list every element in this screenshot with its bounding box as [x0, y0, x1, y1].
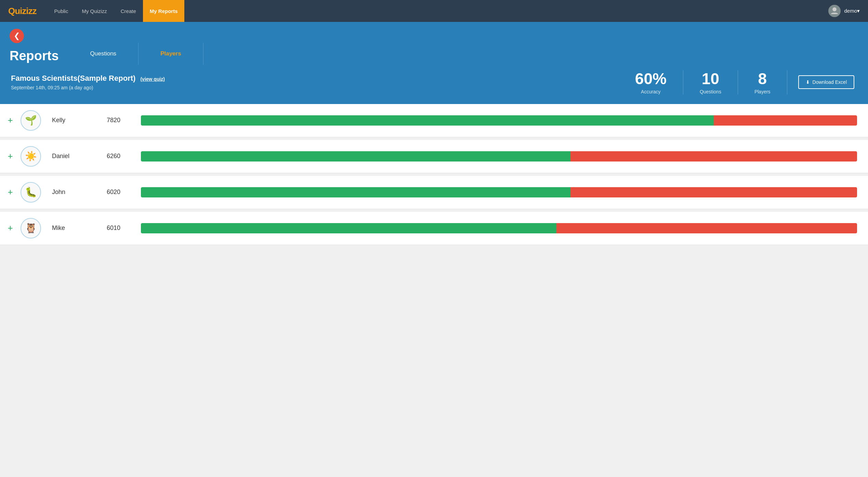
player-score-kelly: 7820 — [107, 117, 141, 124]
tab-questions[interactable]: Questions — [68, 43, 139, 65]
navbar: Quizizz Public My Quizizz Create My Repo… — [0, 0, 868, 22]
nav-create[interactable]: Create — [114, 0, 143, 22]
player-name-john: John — [52, 189, 107, 196]
player-bar-mike — [141, 223, 857, 233]
back-chevron-icon: ❮ — [14, 31, 20, 40]
player-avatar-daniel: ☀️ — [21, 146, 41, 167]
bar-red-daniel — [570, 151, 857, 162]
main-content: + 🌱 Kelly 7820 + ☀️ Daniel 6260 + — [0, 104, 868, 245]
tab-players[interactable]: Players — [139, 43, 203, 65]
player-bar-kelly — [141, 115, 857, 126]
bar-green-mike — [141, 223, 556, 233]
bar-red-kelly — [714, 115, 857, 126]
plus-icon: + — [8, 151, 13, 162]
player-bar-daniel — [141, 151, 857, 162]
bar-red-mike — [556, 223, 857, 233]
nav-links: Public My Quizizz Create My Reports — [48, 0, 829, 22]
nav-my-quizizz[interactable]: My Quizizz — [75, 0, 114, 22]
player-row-mike: + 🦉 Mike 6010 — [0, 212, 868, 245]
stat-players: 8 Players — [738, 70, 787, 94]
add-player-mike-button[interactable]: + — [0, 223, 21, 233]
logo-text: Quizizz — [8, 6, 37, 16]
add-player-kelly-button[interactable]: + — [0, 115, 21, 126]
player-list: + 🌱 Kelly 7820 + ☀️ Daniel 6260 + — [0, 104, 868, 245]
player-avatar-kelly: 🌱 — [21, 110, 41, 131]
quiz-title: Famous Scientists(Sample Report) (view q… — [11, 74, 165, 83]
stat-questions: 10 Questions — [683, 70, 738, 94]
plus-icon: + — [8, 223, 13, 233]
bar-green-john — [141, 187, 570, 197]
view-quiz-link[interactable]: (view quiz) — [140, 76, 165, 82]
download-excel-button[interactable]: ⬇ Download Excel — [798, 75, 854, 89]
user-avatar-icon — [830, 6, 839, 16]
user-name[interactable]: demo▾ — [844, 8, 860, 14]
avatar — [828, 5, 841, 17]
player-name-kelly: Kelly — [52, 117, 107, 124]
player-score-john: 6020 — [107, 189, 141, 196]
player-row-daniel: + ☀️ Daniel 6260 — [0, 140, 868, 173]
bar-green-daniel — [141, 151, 570, 162]
plus-icon: + — [8, 115, 13, 126]
player-avatar-mike: 🦉 — [21, 218, 41, 238]
svg-point-0 — [833, 8, 837, 12]
nav-public[interactable]: Public — [48, 0, 75, 22]
nav-my-reports[interactable]: My Reports — [143, 0, 185, 22]
player-bar-john — [141, 187, 857, 197]
bar-red-john — [570, 187, 857, 197]
download-icon: ⬇ — [806, 79, 810, 85]
quiz-date: September 14th, 09:25 am (a day ago) — [11, 85, 165, 90]
nav-right: demo▾ — [828, 5, 860, 17]
player-score-mike: 6010 — [107, 224, 141, 232]
add-player-daniel-button[interactable]: + — [0, 151, 21, 162]
player-name-daniel: Daniel — [52, 153, 107, 160]
header-tabs: Questions Players — [68, 43, 868, 65]
player-score-daniel: 6260 — [107, 153, 141, 160]
reports-title: Reports — [10, 49, 59, 63]
quiz-info: Famous Scientists(Sample Report) (view q… — [11, 74, 165, 90]
stat-accuracy: 60% Accuracy — [619, 70, 683, 94]
player-row-kelly: + 🌱 Kelly 7820 — [0, 104, 868, 137]
bar-green-kelly — [141, 115, 714, 126]
app-logo[interactable]: Quizizz — [8, 6, 37, 16]
plus-icon: + — [8, 187, 13, 197]
add-player-john-button[interactable]: + — [0, 187, 21, 197]
header-panel: ❮ Reports Questions Players Famous Scien… — [0, 22, 868, 104]
player-row-john: + 🐛 John 6020 — [0, 176, 868, 209]
player-name-mike: Mike — [52, 224, 107, 232]
back-button[interactable]: ❮ — [10, 29, 24, 43]
player-avatar-john: 🐛 — [21, 182, 41, 203]
